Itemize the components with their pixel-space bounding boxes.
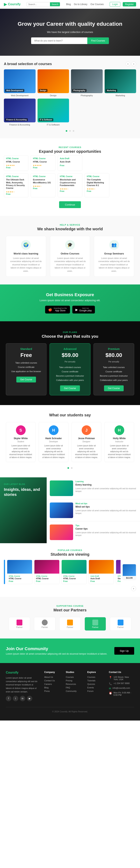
- footer-link[interactable]: Courses: [66, 676, 83, 678]
- footer-grid: Coursify Lorem ipsum dolor sit amet cons…: [6, 671, 134, 701]
- course-card[interactable]: HTML Course HTML Course ★★★★★ Free: [4, 155, 28, 171]
- twitter-icon[interactable]: t: [13, 696, 18, 701]
- partner-icon: [67, 620, 73, 625]
- footer-link[interactable]: Pricing: [66, 679, 83, 682]
- category-item[interactable]: Photography Photography: [71, 69, 103, 97]
- login-button[interactable]: Login: [110, 2, 120, 7]
- course-card[interactable]: HTML Course The Complete Digital Marketi…: [84, 173, 109, 197]
- facebook-icon[interactable]: f: [6, 696, 11, 701]
- category-item[interactable]: IT & Software IT & Software: [38, 99, 69, 126]
- partner-logo: Partner: [34, 617, 56, 631]
- recent-tag: Recent Courses: [4, 146, 136, 149]
- footer-link[interactable]: Courses: [87, 676, 104, 678]
- knowledge-card-desc: Lorem ipsum dolor sit amet consectetur a…: [98, 257, 130, 273]
- viewing-card[interactable]: HTML Course HTML Course Free: [34, 560, 60, 584]
- google-play-note: Get it on: [79, 307, 92, 309]
- broad-next-button[interactable]: ›: [132, 62, 136, 66]
- viewing-card-image: [89, 560, 114, 574]
- category-item[interactable]: Marketing Marketing: [105, 69, 136, 97]
- footer-link[interactable]: Events: [87, 686, 104, 689]
- blog-post-text: Lorem ipsum dolor sit amet consectetur a…: [75, 531, 137, 537]
- blog-post[interactable]: Mind set tips Mind set tips Lorem ipsum …: [47, 499, 140, 521]
- footer-link[interactable]: Forum: [87, 690, 104, 692]
- get-course-standard-button[interactable]: Get Course: [16, 377, 36, 382]
- side-price-item[interactable]: $13.99: [123, 564, 136, 580]
- dot-3[interactable]: [73, 130, 74, 132]
- footer-link[interactable]: Resources: [66, 683, 83, 685]
- footer-link[interactable]: About Us: [44, 676, 61, 678]
- pricing-title: Choose the plan that suits you: [6, 334, 134, 339]
- footer-link[interactable]: Tutorials: [87, 679, 104, 682]
- plan-feature: Become a premium instructor: [54, 374, 86, 378]
- linkedin-icon[interactable]: in: [20, 696, 25, 701]
- get-course-premium-button[interactable]: Get Course: [104, 385, 124, 391]
- hero-search-button[interactable]: Find Courses: [87, 37, 109, 44]
- category-item[interactable]: Web Development Web Development: [4, 69, 36, 97]
- signup-button[interactable]: Sign Up: [114, 647, 134, 655]
- hero-search-input[interactable]: [31, 37, 87, 44]
- dot-1[interactable]: [67, 467, 69, 469]
- footer-link[interactable]: Careers: [44, 683, 61, 685]
- course-card[interactable]: Auto Draft Auto Draft Free: [58, 155, 82, 171]
- student-name: Holly White: [108, 437, 131, 440]
- footer-col-title: Explore: [87, 671, 104, 674]
- continue-button[interactable]: Continue: [59, 201, 81, 208]
- course-card[interactable]: HTML Course The Ultimate Dark Web, Anony…: [4, 173, 28, 197]
- recent-courses-list-2: HTML Course The Ultimate Dark Web, Anony…: [4, 173, 136, 197]
- viewing-card[interactable]: HTML Course Step In... Free: [116, 560, 120, 584]
- viewing-card[interactable]: HTML Course HTML Course Free: [7, 560, 32, 584]
- google-play-label: Google play: [79, 309, 92, 312]
- course-card[interactable]: [112, 173, 136, 197]
- footer-company: Company About Us Contact Us Careers Blog…: [44, 671, 61, 701]
- blog-title: Insights, ideas, and stories: [4, 487, 43, 497]
- footer-link[interactable]: FAQ: [66, 686, 83, 689]
- pricing-card-standard: Standard Free Take unlimited courses Cou…: [6, 343, 46, 395]
- app-store-button[interactable]: 🍎 Download on the App Store: [45, 306, 70, 313]
- viewing-card-image: [62, 560, 86, 574]
- plan-name: Premium: [98, 347, 130, 350]
- category-item[interactable]: Finance & Accounting Finance & Accountin…: [4, 99, 36, 126]
- youtube-icon[interactable]: ▶: [27, 696, 32, 701]
- logo[interactable]: ▶ Coursify: [4, 2, 21, 7]
- course-card[interactable]: HTML Course HTML Course ★★★★★ Free: [31, 155, 55, 171]
- dot-2[interactable]: [71, 467, 73, 469]
- footer-explore: Explore Courses Tutorials Quizzes Events…: [87, 671, 104, 701]
- category-item[interactable]: Design Design: [38, 69, 69, 97]
- register-button[interactable]: Register: [123, 2, 136, 6]
- nav-blog[interactable]: Blog: [66, 3, 71, 6]
- viewing-card[interactable]: HTML Course HTML Course Free: [62, 560, 87, 584]
- viewing-next-button[interactable]: ›: [131, 586, 136, 591]
- blog-post-image: [50, 480, 73, 496]
- viewing-nav: ›: [4, 586, 136, 591]
- footer-link[interactable]: Community: [66, 690, 83, 692]
- community-subtitle: Lorem ipsum dolor sit amet consectetur a…: [6, 652, 107, 655]
- nav-courses[interactable]: Our Courses: [91, 3, 104, 6]
- viewing-card[interactable]: Auto Draft Auto Draft Free: [89, 560, 114, 584]
- blog-post[interactable]: Learning Every learning Lorem ipsum dolo…: [47, 477, 140, 499]
- footer-link[interactable]: Press: [44, 690, 61, 692]
- search-button[interactable]: Search: [50, 2, 60, 6]
- broad-prev-button[interactable]: ‹: [126, 62, 130, 66]
- footer-link[interactable]: Contact Us: [44, 679, 61, 682]
- google-play-button[interactable]: ▶ Get it on Google play: [72, 306, 95, 313]
- testimonial-card: S Skyler White Student Lorem ipsum dolor…: [6, 422, 36, 462]
- search-input[interactable]: [27, 2, 50, 6]
- course-card[interactable]: HTML Course Ecommerce MicroMastery 101 ★…: [31, 173, 55, 197]
- footer-contact: Contact Us 📍 123 Street, New York, USA 📞…: [109, 671, 134, 701]
- footer-link[interactable]: Blog: [44, 686, 61, 689]
- blog-post[interactable]: Tips Career tips Lorem ipsum dolor sit a…: [47, 521, 140, 543]
- recent-courses-list: HTML Course HTML Course ★★★★★ Free HTML …: [4, 155, 136, 171]
- world-icon: 🌍: [21, 240, 31, 250]
- business-title: Get Business Exposure: [6, 292, 134, 297]
- get-course-advanced-button[interactable]: Get Course: [60, 385, 80, 391]
- nav-library[interactable]: Go to Library: [74, 3, 87, 6]
- app-store-note: Download on the: [54, 307, 67, 309]
- course-card[interactable]: HTML Course Blockchain and Cryptocurrenc…: [58, 173, 82, 197]
- blog-post-text: Lorem ipsum dolor sit amet consectetur a…: [75, 509, 137, 515]
- dot-1[interactable]: [66, 130, 67, 132]
- dot-2[interactable]: [69, 130, 71, 132]
- plan-price: Free: [10, 352, 42, 358]
- community-title: Join Our Community: [6, 646, 107, 651]
- footer-copyright: © 2024 Coursify. All Rights Reserved.: [6, 707, 134, 713]
- footer-link[interactable]: Quizzes: [87, 683, 104, 685]
